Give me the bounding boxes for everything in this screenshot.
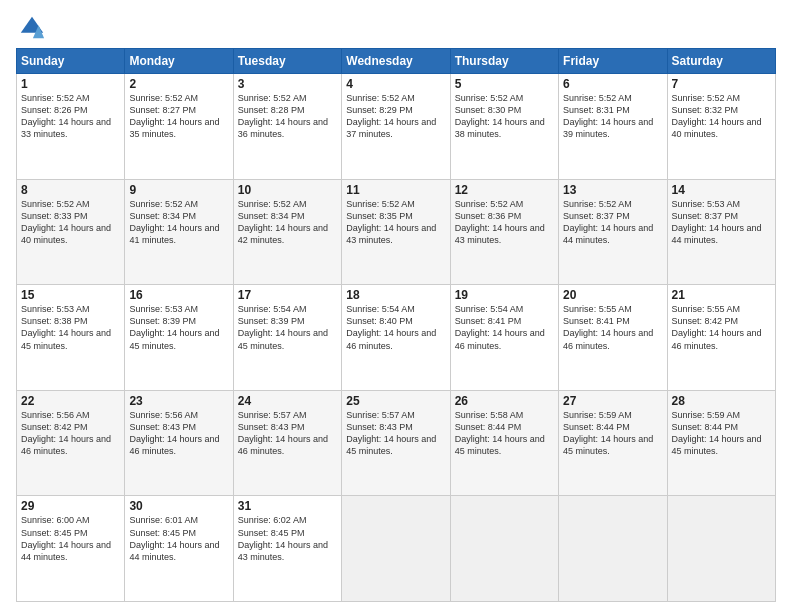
day-number: 12	[455, 183, 554, 197]
day-info: Sunrise: 5:53 AMSunset: 8:37 PMDaylight:…	[672, 199, 762, 245]
calendar-week-row: 22Sunrise: 5:56 AMSunset: 8:42 PMDayligh…	[17, 390, 776, 496]
calendar-week-row: 15Sunrise: 5:53 AMSunset: 8:38 PMDayligh…	[17, 285, 776, 391]
day-info: Sunrise: 5:52 AMSunset: 8:27 PMDaylight:…	[129, 93, 219, 139]
day-number: 11	[346, 183, 445, 197]
weekday-header: Thursday	[450, 49, 558, 74]
day-info: Sunrise: 5:52 AMSunset: 8:32 PMDaylight:…	[672, 93, 762, 139]
logo-icon	[18, 14, 46, 42]
day-number: 15	[21, 288, 120, 302]
day-number: 7	[672, 77, 771, 91]
day-info: Sunrise: 5:55 AMSunset: 8:41 PMDaylight:…	[563, 304, 653, 350]
day-number: 10	[238, 183, 337, 197]
calendar-day-cell: 5Sunrise: 5:52 AMSunset: 8:30 PMDaylight…	[450, 74, 558, 180]
calendar-day-cell: 19Sunrise: 5:54 AMSunset: 8:41 PMDayligh…	[450, 285, 558, 391]
day-info: Sunrise: 5:52 AMSunset: 8:34 PMDaylight:…	[129, 199, 219, 245]
calendar-day-cell: 3Sunrise: 5:52 AMSunset: 8:28 PMDaylight…	[233, 74, 341, 180]
weekday-header: Saturday	[667, 49, 775, 74]
calendar-day-cell: 30Sunrise: 6:01 AMSunset: 8:45 PMDayligh…	[125, 496, 233, 602]
day-info: Sunrise: 5:54 AMSunset: 8:41 PMDaylight:…	[455, 304, 545, 350]
day-number: 22	[21, 394, 120, 408]
day-info: Sunrise: 5:52 AMSunset: 8:30 PMDaylight:…	[455, 93, 545, 139]
day-info: Sunrise: 5:59 AMSunset: 8:44 PMDaylight:…	[563, 410, 653, 456]
day-info: Sunrise: 5:52 AMSunset: 8:28 PMDaylight:…	[238, 93, 328, 139]
day-number: 23	[129, 394, 228, 408]
calendar-day-cell	[667, 496, 775, 602]
day-number: 17	[238, 288, 337, 302]
day-number: 13	[563, 183, 662, 197]
day-number: 19	[455, 288, 554, 302]
day-info: Sunrise: 5:53 AMSunset: 8:39 PMDaylight:…	[129, 304, 219, 350]
day-info: Sunrise: 5:52 AMSunset: 8:37 PMDaylight:…	[563, 199, 653, 245]
day-number: 4	[346, 77, 445, 91]
day-number: 24	[238, 394, 337, 408]
day-number: 1	[21, 77, 120, 91]
calendar-week-row: 8Sunrise: 5:52 AMSunset: 8:33 PMDaylight…	[17, 179, 776, 285]
day-info: Sunrise: 5:59 AMSunset: 8:44 PMDaylight:…	[672, 410, 762, 456]
day-number: 16	[129, 288, 228, 302]
day-number: 18	[346, 288, 445, 302]
day-number: 25	[346, 394, 445, 408]
day-number: 21	[672, 288, 771, 302]
day-info: Sunrise: 5:56 AMSunset: 8:43 PMDaylight:…	[129, 410, 219, 456]
calendar-day-cell: 14Sunrise: 5:53 AMSunset: 8:37 PMDayligh…	[667, 179, 775, 285]
day-info: Sunrise: 5:55 AMSunset: 8:42 PMDaylight:…	[672, 304, 762, 350]
weekday-header: Friday	[559, 49, 667, 74]
page: SundayMondayTuesdayWednesdayThursdayFrid…	[0, 0, 792, 612]
calendar-header: SundayMondayTuesdayWednesdayThursdayFrid…	[17, 49, 776, 74]
day-info: Sunrise: 5:54 AMSunset: 8:40 PMDaylight:…	[346, 304, 436, 350]
day-info: Sunrise: 5:57 AMSunset: 8:43 PMDaylight:…	[346, 410, 436, 456]
weekday-header: Monday	[125, 49, 233, 74]
calendar-day-cell: 24Sunrise: 5:57 AMSunset: 8:43 PMDayligh…	[233, 390, 341, 496]
day-info: Sunrise: 5:57 AMSunset: 8:43 PMDaylight:…	[238, 410, 328, 456]
calendar-day-cell: 16Sunrise: 5:53 AMSunset: 8:39 PMDayligh…	[125, 285, 233, 391]
day-number: 9	[129, 183, 228, 197]
calendar-day-cell	[559, 496, 667, 602]
day-number: 5	[455, 77, 554, 91]
calendar-day-cell: 4Sunrise: 5:52 AMSunset: 8:29 PMDaylight…	[342, 74, 450, 180]
day-info: Sunrise: 5:52 AMSunset: 8:36 PMDaylight:…	[455, 199, 545, 245]
weekday-header: Sunday	[17, 49, 125, 74]
day-number: 27	[563, 394, 662, 408]
day-info: Sunrise: 6:02 AMSunset: 8:45 PMDaylight:…	[238, 515, 328, 561]
calendar-day-cell: 26Sunrise: 5:58 AMSunset: 8:44 PMDayligh…	[450, 390, 558, 496]
calendar-day-cell: 8Sunrise: 5:52 AMSunset: 8:33 PMDaylight…	[17, 179, 125, 285]
calendar-day-cell: 15Sunrise: 5:53 AMSunset: 8:38 PMDayligh…	[17, 285, 125, 391]
day-info: Sunrise: 5:56 AMSunset: 8:42 PMDaylight:…	[21, 410, 111, 456]
calendar-day-cell: 29Sunrise: 6:00 AMSunset: 8:45 PMDayligh…	[17, 496, 125, 602]
day-number: 30	[129, 499, 228, 513]
day-info: Sunrise: 5:52 AMSunset: 8:31 PMDaylight:…	[563, 93, 653, 139]
day-info: Sunrise: 5:52 AMSunset: 8:29 PMDaylight:…	[346, 93, 436, 139]
calendar-day-cell	[450, 496, 558, 602]
calendar-day-cell	[342, 496, 450, 602]
logo	[16, 14, 46, 42]
calendar-day-cell: 10Sunrise: 5:52 AMSunset: 8:34 PMDayligh…	[233, 179, 341, 285]
calendar-day-cell: 2Sunrise: 5:52 AMSunset: 8:27 PMDaylight…	[125, 74, 233, 180]
calendar-week-row: 1Sunrise: 5:52 AMSunset: 8:26 PMDaylight…	[17, 74, 776, 180]
calendar-day-cell: 27Sunrise: 5:59 AMSunset: 8:44 PMDayligh…	[559, 390, 667, 496]
calendar-week-row: 29Sunrise: 6:00 AMSunset: 8:45 PMDayligh…	[17, 496, 776, 602]
day-info: Sunrise: 5:58 AMSunset: 8:44 PMDaylight:…	[455, 410, 545, 456]
day-info: Sunrise: 5:52 AMSunset: 8:33 PMDaylight:…	[21, 199, 111, 245]
calendar-day-cell: 22Sunrise: 5:56 AMSunset: 8:42 PMDayligh…	[17, 390, 125, 496]
calendar-day-cell: 11Sunrise: 5:52 AMSunset: 8:35 PMDayligh…	[342, 179, 450, 285]
weekday-row: SundayMondayTuesdayWednesdayThursdayFrid…	[17, 49, 776, 74]
calendar-body: 1Sunrise: 5:52 AMSunset: 8:26 PMDaylight…	[17, 74, 776, 602]
calendar-day-cell: 1Sunrise: 5:52 AMSunset: 8:26 PMDaylight…	[17, 74, 125, 180]
day-number: 26	[455, 394, 554, 408]
calendar-table: SundayMondayTuesdayWednesdayThursdayFrid…	[16, 48, 776, 602]
day-number: 6	[563, 77, 662, 91]
calendar-day-cell: 20Sunrise: 5:55 AMSunset: 8:41 PMDayligh…	[559, 285, 667, 391]
calendar-day-cell: 12Sunrise: 5:52 AMSunset: 8:36 PMDayligh…	[450, 179, 558, 285]
day-info: Sunrise: 6:00 AMSunset: 8:45 PMDaylight:…	[21, 515, 111, 561]
day-number: 8	[21, 183, 120, 197]
day-number: 14	[672, 183, 771, 197]
calendar-day-cell: 13Sunrise: 5:52 AMSunset: 8:37 PMDayligh…	[559, 179, 667, 285]
day-number: 31	[238, 499, 337, 513]
day-number: 3	[238, 77, 337, 91]
calendar-day-cell: 23Sunrise: 5:56 AMSunset: 8:43 PMDayligh…	[125, 390, 233, 496]
day-number: 20	[563, 288, 662, 302]
day-info: Sunrise: 5:52 AMSunset: 8:26 PMDaylight:…	[21, 93, 111, 139]
day-number: 2	[129, 77, 228, 91]
day-number: 28	[672, 394, 771, 408]
calendar-day-cell: 21Sunrise: 5:55 AMSunset: 8:42 PMDayligh…	[667, 285, 775, 391]
